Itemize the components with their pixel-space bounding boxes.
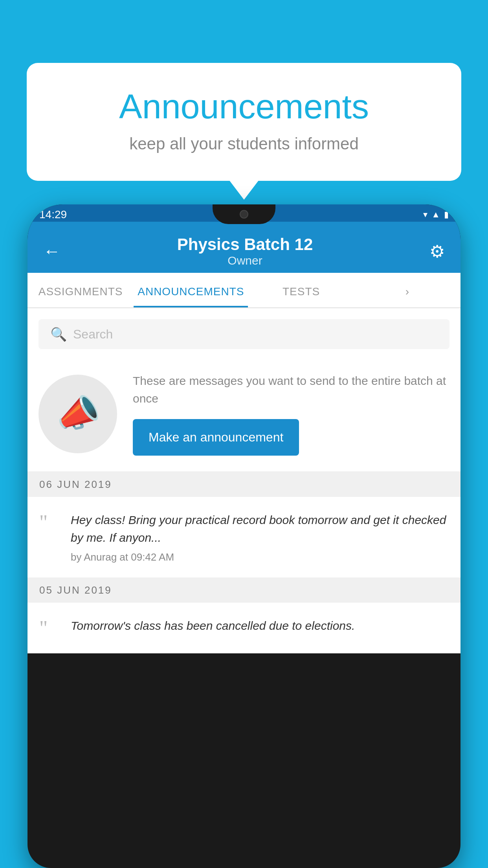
settings-icon[interactable]: ⚙ [429,241,445,261]
empty-state-text: These are messages you want to send to t… [133,372,449,456]
batch-role: Owner [177,254,313,267]
empty-description: These are messages you want to send to t… [133,372,449,407]
announcement-item-1: " Hey class! Bring your practical record… [28,497,460,578]
status-bar: 14:29 ▾ ▲ ▮ [28,204,460,222]
tab-assignments[interactable]: ASSIGNMENTS [28,273,134,307]
announcement-by-1: by Anurag at 09:42 AM [71,551,449,563]
tab-tests[interactable]: TESTS [248,273,354,307]
speech-bubble: Announcements keep all your students inf… [27,63,461,181]
announcement-text-1: Hey class! Bring your practical record b… [71,511,449,563]
notch [213,204,275,224]
bubble-subtitle: keep all your students informed [58,134,430,153]
app-header: ← Physics Batch 12 Owner ⚙ [28,222,460,273]
announcement-item-2: " Tomorrow's class has been cancelled du… [28,603,460,653]
bubble-title: Announcements [58,86,430,127]
megaphone-icon: 📣 [53,390,103,438]
tab-more[interactable]: › [354,273,460,307]
search-icon: 🔍 [50,326,67,342]
date-separator-2: 05 JUN 2019 [28,578,460,603]
phone-content: 🔍 Search 📣 These are messages you want t… [28,308,460,653]
status-time: 14:29 [39,208,67,221]
speech-bubble-container: Announcements keep all your students inf… [27,63,461,181]
empty-state: 📣 These are messages you want to send to… [28,360,460,472]
search-bar[interactable]: 🔍 Search [39,319,449,349]
signal-icon: ▲ [431,210,440,220]
tabs-bar: ASSIGNMENTS ANNOUNCEMENTS TESTS › [28,273,460,308]
phone-frame: 14:29 ▾ ▲ ▮ ← Physics Batch 12 Owner ⚙ A… [28,204,460,868]
header-center: Physics Batch 12 Owner [177,235,313,267]
quote-icon-2: " [39,620,59,636]
back-button[interactable]: ← [43,241,61,261]
notch-camera [240,210,248,219]
announcement-text-2: Tomorrow's class has been cancelled due … [71,617,449,639]
make-announcement-button[interactable]: Make an announcement [133,419,299,456]
wifi-icon: ▾ [423,210,427,220]
battery-icon: ▮ [444,210,449,220]
date-separator-1: 06 JUN 2019 [28,472,460,497]
announcement-message-2[interactable]: Tomorrow's class has been cancelled due … [71,617,449,634]
search-placeholder: Search [73,327,113,342]
empty-icon-circle: 📣 [39,375,117,453]
quote-icon-1: " [39,514,59,531]
batch-title: Physics Batch 12 [177,235,313,254]
announcement-message-1[interactable]: Hey class! Bring your practical record b… [71,511,449,546]
status-icons: ▾ ▲ ▮ [423,210,449,220]
tab-announcements[interactable]: ANNOUNCEMENTS [134,273,248,307]
